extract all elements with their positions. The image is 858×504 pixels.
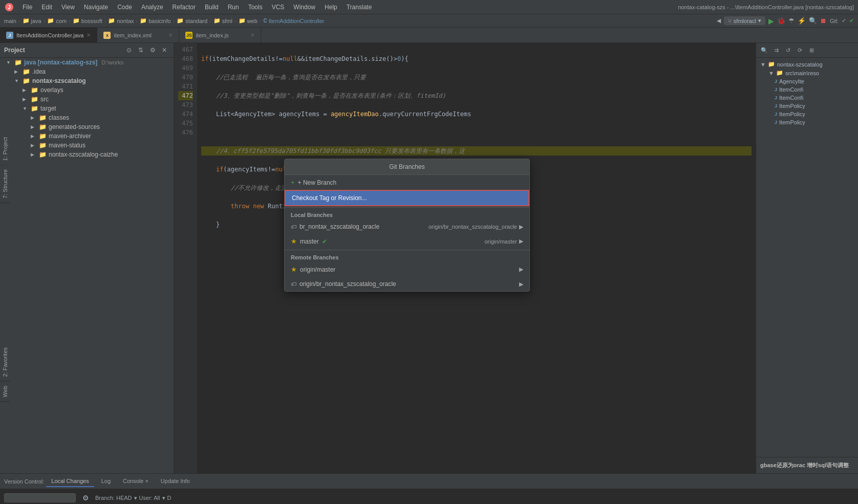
tree-item-classes[interactable]: ▶ 📁 classes — [0, 113, 174, 122]
right-history-icon[interactable]: ↺ — [783, 45, 793, 55]
menu-edit[interactable]: Edit — [37, 2, 56, 12]
menu-translate[interactable]: Translate — [342, 2, 376, 12]
git-tick-icon[interactable]: ✔ — [849, 17, 854, 24]
tree-label-caizhe: nontax-szscatalog-caizhe — [49, 151, 118, 158]
tab-java[interactable]: J ItemAdditionController.java ✕ — [0, 28, 97, 42]
menu-navigate[interactable]: Navigate — [80, 2, 112, 12]
vert-structure-tab[interactable]: 7: Structure — [0, 165, 10, 203]
sidebar-gear-icon[interactable]: ⚙ — [147, 45, 158, 55]
expand-arrow-icon: ▼ — [760, 61, 766, 68]
popup-title: Git Branches — [285, 159, 529, 175]
vert-project-tab[interactable]: 1: Project — [0, 133, 10, 165]
breadcrumb-nontax[interactable]: nontax — [117, 18, 134, 24]
line-numbers: 467 468 469 470 471 472 473 474 475 476 — [174, 43, 197, 473]
sidebar-close-icon[interactable]: ✕ — [159, 45, 169, 55]
breadcrumb-class[interactable]: ItemAdditionController — [269, 18, 325, 24]
sidebar-scroll-icon[interactable]: ⊙ — [124, 45, 134, 55]
breadcrumb-bosssoft[interactable]: bosssoft — [81, 18, 102, 24]
menu-code[interactable]: Code — [113, 2, 136, 12]
vert-web-tab[interactable]: Web — [0, 382, 10, 402]
right-refresh-icon[interactable]: ⟳ — [795, 45, 805, 55]
user-dropdown-icon[interactable]: ▾ — [162, 495, 165, 501]
popup-local-branch-master[interactable]: ★ master ✔ origin/master ▶ — [285, 234, 529, 249]
tab-update-info[interactable]: Update Info — [156, 476, 195, 487]
tree-item-src[interactable]: ▶ 📁 src — [0, 95, 174, 104]
breadcrumb-main[interactable]: main — [4, 18, 16, 24]
close-xml-tab-button[interactable]: ✕ — [168, 32, 173, 38]
right-file-itempolicy3[interactable]: J ItemPolicy — [758, 118, 856, 126]
popup-remote-oracle[interactable]: 🏷 origin/br_nontax_szscatalog_oracle ▶ — [285, 277, 529, 291]
menu-run[interactable]: Run — [224, 2, 243, 12]
sidebar-expand-icon[interactable]: ⇅ — [136, 45, 146, 55]
menu-refactor[interactable]: Refactor — [168, 2, 200, 12]
popup-remote-master[interactable]: ★ origin/master ▶ — [285, 262, 529, 277]
right-layout-icon[interactable]: ⊞ — [806, 45, 817, 55]
breadcrumb-sfml[interactable]: sfml — [222, 18, 232, 24]
tree-item-maven-status[interactable]: ▶ 📁 maven-status — [0, 141, 174, 150]
menu-analyze[interactable]: Analyze — [137, 2, 167, 12]
right-folder-nontax[interactable]: ▼ 📁 nontax-szscatalog — [758, 60, 856, 69]
filter-gear-icon[interactable]: ⚙ — [79, 491, 92, 504]
tree-label-src: src — [40, 96, 49, 103]
tree-item-overlays[interactable]: ▶ 📁 overlays — [0, 85, 174, 95]
log-search-input[interactable] — [4, 493, 76, 502]
coverage-button[interactable]: ☂ — [788, 17, 795, 25]
right-file-itempolicy2[interactable]: J ItemPolicy — [758, 110, 856, 118]
java-file-icon: J — [775, 87, 777, 92]
tab-js[interactable]: JS item_index.js ✕ — [179, 28, 261, 42]
tree-item-nontax[interactable]: ▼ 📁 nontax-szscatalog — [0, 76, 174, 85]
right-file-itemconfi2[interactable]: J ItemConfi — [758, 94, 856, 102]
folder-icon: 📁 — [23, 77, 30, 84]
menu-help[interactable]: Help — [320, 2, 341, 12]
menu-tools[interactable]: Tools — [244, 2, 267, 12]
breadcrumb-basicinfo-icon: 📁 — [140, 17, 147, 24]
right-file-itemconfi1[interactable]: J ItemConfi — [758, 85, 856, 94]
right-file-agencyite[interactable]: J AgencyIte — [758, 77, 856, 85]
right-file-itempolicy1[interactable]: J ItemPolicy — [758, 102, 856, 110]
tree-item-idea[interactable]: ▶ 📁 .idea — [0, 67, 174, 76]
tab-xml[interactable]: x item_index.xml ✕ — [97, 28, 179, 42]
branch-selector[interactable]: ⑂ sfmloracl ▾ — [724, 16, 765, 25]
profile-button[interactable]: ⚡ — [798, 17, 806, 25]
stop-button[interactable]: ⏹ — [820, 17, 827, 25]
tree-item-maven-archiver[interactable]: ▶ 📁 maven-archiver — [0, 132, 174, 141]
menu-window[interactable]: Window — [289, 2, 319, 12]
breadcrumb-web[interactable]: web — [247, 18, 258, 24]
java-file-icon: J — [775, 95, 777, 100]
menu-file[interactable]: File — [18, 2, 36, 12]
right-search-icon[interactable]: 🔍 — [759, 45, 769, 55]
breadcrumb-java[interactable]: java — [31, 18, 41, 24]
breadcrumb-com[interactable]: com — [56, 18, 67, 24]
close-js-tab-button[interactable]: ✕ — [250, 32, 254, 38]
tree-item-java-root[interactable]: ▼ 📁 java [nontax-catalog-szs] D:\works — [0, 58, 174, 67]
search-everywhere-icon[interactable]: 🔍 — [809, 17, 817, 25]
tree-label-classes: classes — [49, 114, 69, 121]
menu-vcs[interactable]: VCS — [268, 2, 289, 12]
git-check-icon[interactable]: ✓ — [842, 17, 846, 24]
breadcrumb-basicinfo[interactable]: basicinfo — [148, 18, 170, 24]
tab-local-changes[interactable]: Local Changes — [46, 476, 94, 487]
popup-local-branch-oracle[interactable]: 🏷 br_nontax_szscatalog_oracle origin/br_… — [285, 220, 529, 234]
run-button[interactable]: ▶ — [768, 17, 774, 25]
tab-log[interactable]: Log — [96, 476, 116, 487]
popup-remote-ref-2: ▶ — [519, 266, 523, 273]
debug-button[interactable]: 🐞 — [777, 17, 785, 25]
tree-item-target[interactable]: ▼ 📁 target — [0, 104, 174, 113]
right-expand-icon[interactable]: ⇉ — [771, 45, 781, 55]
filter-label: D — [167, 495, 171, 501]
branch-info: Branch: HEAD ▾ User: All ▾ D — [95, 495, 171, 501]
menu-view[interactable]: View — [57, 2, 79, 12]
nav-back-icon[interactable]: ◀ — [717, 17, 721, 24]
menu-build[interactable]: Build — [201, 2, 223, 12]
popup-new-branch-label: + New Branch — [298, 179, 337, 186]
popup-checkout-tag[interactable]: Checkout Tag or Revision... — [285, 190, 529, 206]
tab-console[interactable]: Console × — [118, 476, 154, 487]
right-folder-src[interactable]: ▼ 📁 src\main\reso — [758, 69, 856, 77]
branch-dropdown-icon[interactable]: ▾ — [134, 495, 137, 501]
vert-favorites-tab[interactable]: 2: Favorites — [0, 343, 10, 381]
tree-item-generated-sources[interactable]: ▶ 📁 generated-sources — [0, 122, 174, 132]
breadcrumb-standard[interactable]: standard — [185, 18, 207, 24]
popup-new-branch[interactable]: + + New Branch — [285, 175, 529, 190]
tree-item-caizhe[interactable]: ▶ 📁 nontax-szscatalog-caizhe — [0, 150, 174, 159]
close-java-tab-button[interactable]: ✕ — [87, 32, 91, 38]
